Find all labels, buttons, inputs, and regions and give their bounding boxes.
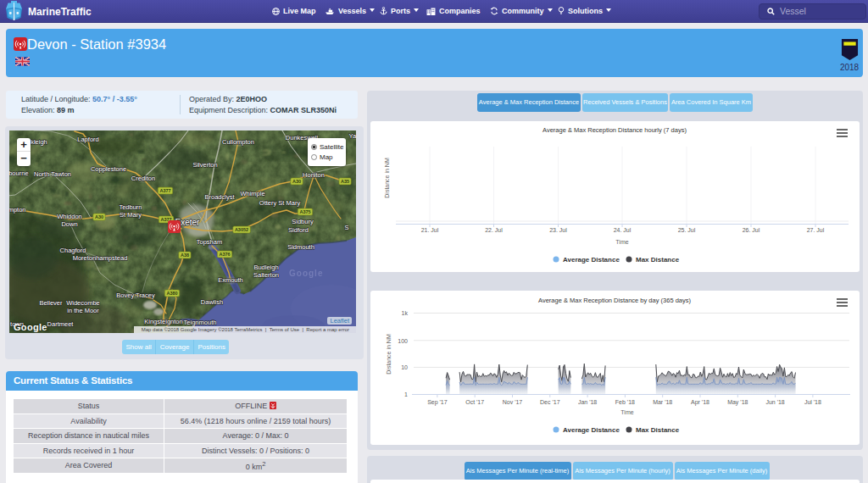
svg-text:A35: A35 [341,179,349,184]
svg-text:Tedburn: Tedburn [119,203,142,211]
svg-text:Widecombe: Widecombe [66,299,100,307]
svg-text:Sidmouth: Sidmouth [287,243,314,251]
svg-text:Honiton: Honiton [303,171,325,179]
svg-text:Silverton: Silverton [192,161,217,169]
svg-text:Distance in NM: Distance in NM [386,334,392,375]
svg-text:Chagford: Chagford [60,247,86,254]
svg-text:Time: Time [615,239,628,245]
svg-text:Sidbury: Sidbury [292,218,314,225]
svg-text:25. Jul: 25. Jul [678,227,696,233]
svg-text:Feb '18: Feb '18 [615,399,635,405]
svg-text:North Tawton: North Tawton [34,170,71,178]
svg-text:Ottery St Mary: Ottery St Mary [259,199,301,207]
svg-text:Whiddon: Whiddon [57,213,82,220]
svg-text:Apr '18: Apr '18 [691,399,709,406]
svg-text:24. Jul: 24. Jul [614,227,632,233]
svg-text:Yar: Yar [348,132,356,140]
svg-text:Broadclyst: Broadclyst [204,193,235,201]
svg-text:Average Distance: Average Distance [563,426,620,434]
svg-text:Oct '17: Oct '17 [465,399,484,405]
svg-text:21. Jul: 21. Jul [421,227,439,233]
svg-text:A38: A38 [181,253,189,258]
svg-text:Copplestone: Copplestone [91,165,126,173]
svg-text:Dartmeet: Dartmeet [47,320,75,328]
svg-text:Lapford: Lapford [77,136,98,143]
svg-text:S: S [344,224,348,231]
svg-text:A30: A30 [95,214,103,219]
svg-text:A377: A377 [159,188,170,193]
svg-text:ampton: ampton [9,206,26,214]
svg-text:A376: A376 [219,252,230,257]
svg-text:22. Jul: 22. Jul [485,227,503,233]
svg-text:Jul '18: Jul '18 [804,399,821,405]
svg-text:A375: A375 [299,209,310,214]
svg-text:23. Jul: 23. Jul [549,227,567,233]
svg-text:Salterton: Salterton [253,271,279,279]
svg-text:A3052: A3052 [235,227,248,232]
svg-text:Average Distance: Average Distance [563,256,620,264]
svg-text:xbourne: xbourne [9,169,29,177]
svg-text:Mar '18: Mar '18 [653,399,672,405]
svg-text:Average & Max Reception Distan: Average & Max Reception Distance hourly … [542,126,687,134]
svg-text:Moretonhampstead: Moretonhampstead [73,254,128,262]
svg-text:Bovey Tracey: Bovey Tracey [116,291,155,299]
svg-text:1k: 1k [402,310,409,316]
svg-text:Crediton: Crediton [131,175,155,182]
svg-text:A30: A30 [292,179,301,184]
svg-text:Topsham: Topsham [197,238,222,246]
svg-text:Dec '17: Dec '17 [540,399,560,405]
svg-text:Budleigh: Budleigh [253,264,278,271]
svg-text:St Mary: St Mary [120,211,142,219]
svg-text:Kingsteignton: Kingsteignton [144,318,182,325]
svg-text:in the Moor: in the Moor [67,307,99,314]
svg-text:27. Jul: 27. Jul [807,227,825,233]
svg-text:Teignmouth: Teignmouth [184,319,217,326]
svg-text:Dawlish: Dawlish [201,298,223,306]
svg-text:A380: A380 [166,291,177,296]
svg-text:1: 1 [404,391,408,397]
svg-text:Nov '17: Nov '17 [503,399,523,405]
svg-text:Time: Time [620,409,633,415]
svg-text:Google: Google [289,269,323,278]
svg-text:Sidford: Sidford [288,226,309,234]
svg-text:kleigh: kleigh [31,138,47,146]
svg-text:Sep '17: Sep '17 [427,399,448,406]
svg-text:Jan '18: Jan '18 [578,399,597,405]
svg-text:Average & Max Reception Distan: Average & Max Reception Distance by day … [538,297,691,304]
svg-text:Max Distance: Max Distance [636,256,680,264]
svg-text:Cullompton: Cullompton [222,138,254,146]
svg-text:Jun '18: Jun '18 [765,399,784,405]
svg-text:Distance in NM: Distance in NM [384,158,390,198]
svg-text:26. Jul: 26. Jul [743,227,760,233]
svg-text:May '18: May '18 [727,399,748,406]
svg-text:Bellever: Bellever [39,299,63,307]
svg-text:Down: Down [61,220,77,228]
svg-text:Whimple: Whimple [240,190,264,197]
svg-text:Exmouth: Exmouth [218,276,243,284]
svg-text:10: 10 [401,364,408,370]
svg-text:100: 100 [398,338,408,344]
svg-text:Max Distance: Max Distance [636,426,680,434]
